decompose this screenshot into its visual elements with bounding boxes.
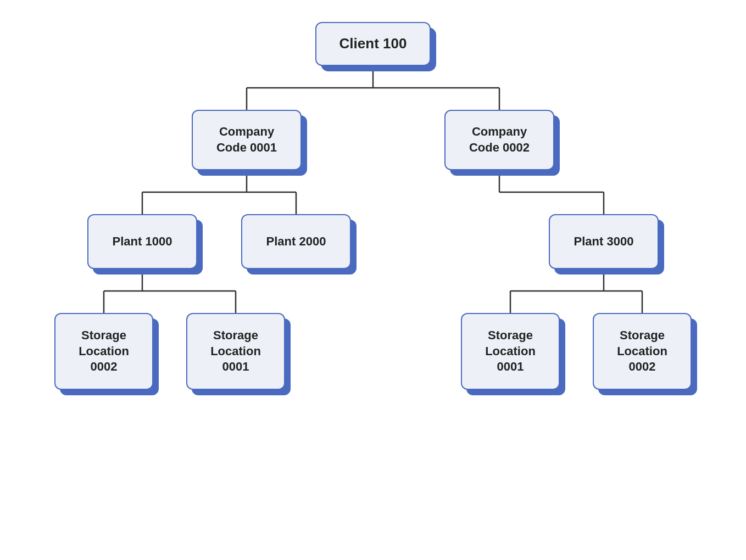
plant-1000-node: Plant 1000 (87, 214, 197, 269)
plant-3000-node: Plant 3000 (549, 214, 659, 269)
plant-2000-label: Plant 2000 (241, 214, 351, 269)
storage-loc-0002b-label: StorageLocation0002 (593, 313, 692, 390)
client-node: Client 100 (315, 22, 431, 66)
storage-loc-0001a-label: StorageLocation0001 (186, 313, 285, 390)
plant-1000-label: Plant 1000 (87, 214, 197, 269)
plant-2000-node: Plant 2000 (241, 214, 351, 269)
company-code-0002-label: CompanyCode 0002 (444, 110, 554, 170)
storage-loc-0001b-label: StorageLocation0001 (461, 313, 560, 390)
company-code-0001-node: CompanyCode 0001 (192, 110, 302, 170)
org-chart: Client 100 CompanyCode 0001 CompanyCode … (16, 11, 730, 549)
plant-3000-label: Plant 3000 (549, 214, 659, 269)
storage-loc-0002a-node: StorageLocation0002 (54, 313, 153, 390)
storage-loc-0001a-node: StorageLocation0001 (186, 313, 285, 390)
storage-loc-0002b-node: StorageLocation0002 (593, 313, 692, 390)
storage-loc-0002a-label: StorageLocation0002 (54, 313, 153, 390)
storage-loc-0001b-node: StorageLocation0001 (461, 313, 560, 390)
company-code-0002-node: CompanyCode 0002 (444, 110, 554, 170)
company-code-0001-label: CompanyCode 0001 (192, 110, 302, 170)
client-label: Client 100 (315, 22, 431, 66)
